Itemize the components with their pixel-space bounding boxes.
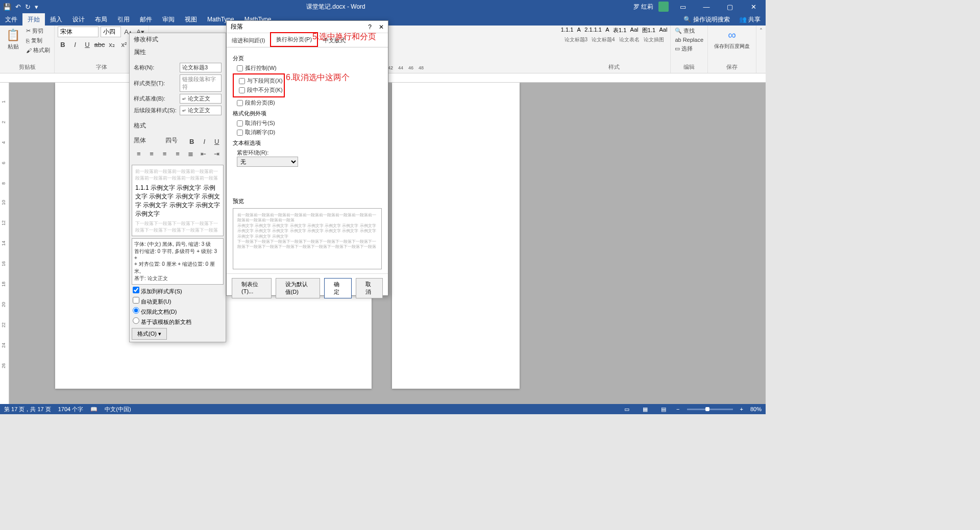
style-tile-1[interactable]: 论文标题3 [565, 36, 588, 43]
web-layout-icon[interactable]: ▤ [658, 406, 669, 413]
tab-file[interactable]: 文件 [0, 13, 22, 26]
tight-wrap-select[interactable]: 无 [237, 157, 298, 167]
page-break-before-checkbox[interactable]: 段前分页(B) [237, 99, 382, 107]
italic-button[interactable]: I [70, 39, 80, 49]
set-default-button[interactable]: 设为默认值(D) [276, 278, 320, 298]
tab-design[interactable]: 设计 [67, 13, 90, 26]
find-button[interactable]: 🔍查找 [674, 27, 704, 35]
align-right-icon[interactable]: ≡ [160, 148, 169, 159]
close-dialog-icon[interactable]: ✕ [379, 23, 384, 31]
keep-lines-together-checkbox[interactable]: 段中不分页(K) [239, 86, 283, 94]
widow-control-checkbox[interactable]: 孤行控制(W) [237, 64, 382, 72]
superscript-button[interactable]: x² [119, 39, 129, 49]
indent-decrease-icon[interactable]: ⇤ [199, 148, 208, 159]
format-dropdown-button[interactable]: 格式(O) ▾ [132, 328, 167, 340]
add-to-library-checkbox[interactable]: 添加到样式库(S) [133, 287, 223, 295]
bold-button[interactable]: B [58, 39, 68, 49]
redo-icon[interactable]: ↻ [25, 3, 31, 11]
subscript-button[interactable]: x₂ [107, 39, 117, 49]
style-tile-4[interactable]: 论文插图 [644, 36, 664, 43]
style-tile-3[interactable]: 论文表名 [619, 36, 640, 43]
zoom-in-icon[interactable]: + [740, 406, 743, 412]
paste-button[interactable]: 📋 粘贴 [3, 27, 23, 53]
align-center-icon[interactable]: ≡ [146, 148, 156, 159]
close-icon[interactable]: ✕ [744, 3, 763, 11]
style-preview-8: Aal [659, 27, 667, 34]
style-tile-2[interactable]: 论文标题4 [592, 36, 615, 43]
word-count[interactable]: 1704 个字 [58, 406, 84, 413]
fmt-bold-button[interactable]: B [187, 136, 197, 146]
tab-references[interactable]: 引用 [112, 13, 135, 26]
user-avatar[interactable] [658, 2, 669, 12]
read-mode-icon[interactable]: ▭ [621, 406, 632, 413]
following-style-combo[interactable]: ↵ 论文正文 [180, 106, 222, 115]
based-on-template-radio[interactable]: 基于该模板的新文档 [133, 319, 191, 325]
ribbon-options-icon[interactable]: ▭ [674, 3, 692, 11]
tab-home[interactable]: 开始 [22, 13, 45, 26]
style-type-combo[interactable]: 链接段落和字符 [180, 74, 222, 92]
annotation-5: 5.选中换行和分页 [312, 32, 376, 42]
save-to-baidu-button[interactable]: ∞ 保存到百度网盘 [711, 27, 753, 52]
print-layout-icon[interactable]: ▦ [640, 406, 651, 413]
undo-icon[interactable]: ↶ [15, 3, 21, 11]
user-name[interactable]: 罗 红莉 [633, 3, 653, 11]
align-justify-icon[interactable]: ≡ [173, 148, 182, 159]
fmt-underline-button[interactable]: U [212, 136, 222, 146]
fmt-font-combo[interactable]: 黑体 [134, 136, 162, 146]
cancel-button[interactable]: 取消 [356, 278, 383, 298]
title-bar: 💾 ↶ ↻ ▾ 课堂笔记.docx - Word 罗 红莉 ▭ ― ▢ ✕ [0, 0, 766, 13]
save-icon[interactable]: 💾 [3, 3, 11, 11]
name-input[interactable]: 论文标题3 [180, 63, 222, 72]
style-preview-7: 图1.1 [642, 27, 655, 34]
tab-review[interactable]: 审阅 [157, 13, 180, 26]
collapse-ribbon-icon[interactable]: ˄ [760, 28, 763, 35]
strikethrough-button[interactable]: abc [94, 39, 105, 49]
keep-with-next-checkbox[interactable]: 与下段同页(X) [239, 77, 283, 85]
share-button[interactable]: 👥 共享 [734, 13, 766, 26]
spell-check-icon[interactable]: 📖 [90, 406, 97, 413]
only-this-doc-radio[interactable]: 仅限此文档(D) [133, 307, 223, 316]
tab-insert[interactable]: 插入 [45, 13, 67, 26]
zoom-slider[interactable] [687, 409, 733, 410]
search-icon: 🔍 [683, 16, 691, 23]
cut-button[interactable]: ✂剪切 [25, 27, 51, 35]
annotation-6: 6.取消选中这两个 [286, 72, 350, 83]
fmt-italic-button[interactable]: I [200, 136, 209, 146]
tab-layout[interactable]: 布局 [90, 13, 112, 26]
vertical-ruler[interactable]: 1 2 4 6 8 10 12 14 16 18 20 22 24 26 [0, 83, 9, 404]
group-label-save: 保存 [711, 63, 753, 72]
font-size-combo[interactable]: 小四 [101, 27, 121, 37]
minimize-icon[interactable]: ― [697, 3, 716, 11]
line-spacing-icon[interactable]: ≣ [186, 148, 195, 159]
auto-update-checkbox[interactable]: 自动更新(U) [133, 298, 171, 305]
group-label-clipboard: 剪贴板 [3, 63, 51, 72]
language-indicator[interactable]: 中文(中国) [105, 406, 131, 413]
qat-customize-icon[interactable]: ▾ [35, 3, 38, 11]
page-right[interactable] [392, 83, 520, 389]
font-name-combo[interactable]: 宋体 [58, 27, 99, 37]
select-button[interactable]: ▭选择 [674, 44, 704, 53]
underline-button[interactable]: U [82, 39, 92, 49]
suppress-line-numbers-checkbox[interactable]: 取消行号(S) [237, 119, 382, 127]
format-painter-button[interactable]: 🖌格式刷 [25, 46, 51, 55]
copy-button[interactable]: ⎘复制 [25, 36, 51, 45]
tab-indent-spacing[interactable]: 缩进和间距(I) [227, 34, 270, 47]
tab-mailings[interactable]: 邮件 [135, 13, 157, 26]
tab-view[interactable]: 视图 [180, 13, 202, 26]
fmt-size-combo[interactable]: 四号 [165, 136, 184, 146]
help-icon[interactable]: ? [368, 23, 372, 31]
replace-button[interactable]: abReplace [674, 36, 704, 43]
page-indicator[interactable]: 第 17 页，共 17 页 [4, 406, 51, 413]
maximize-icon[interactable]: ▢ [721, 3, 739, 11]
align-left-icon[interactable]: ≡ [134, 148, 143, 159]
tabs-button[interactable]: 制表位(T)... [232, 278, 272, 298]
search-placeholder: 操作说明搜索 [693, 15, 730, 24]
based-on-combo[interactable]: ↵ 论文正文 [180, 94, 222, 104]
zoom-out-icon[interactable]: − [676, 406, 679, 412]
tell-me-search[interactable]: 🔍 操作说明搜索 [679, 13, 734, 26]
indent-increase-icon[interactable]: ⇥ [212, 148, 222, 159]
ok-button[interactable]: 确定 [324, 278, 351, 298]
zoom-percent[interactable]: 80% [750, 406, 762, 412]
dont-hyphenate-checkbox[interactable]: 取消断字(D) [237, 129, 382, 136]
tab-line-page-breaks[interactable]: 换行和分页(P) [270, 32, 318, 47]
